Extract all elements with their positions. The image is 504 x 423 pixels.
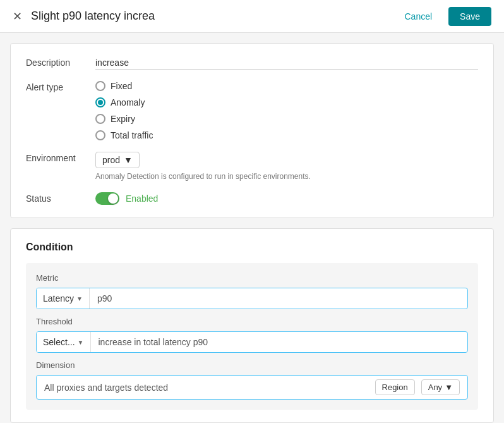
dimension-text: All proxies and targets detected (44, 383, 369, 393)
description-content (95, 56, 478, 70)
environment-row: Environment prod ▼ Anomaly Detection is … (26, 152, 478, 181)
threshold-value: increase in total latency p90 (91, 332, 468, 352)
environment-hint: Anomaly Detection is configured to run i… (95, 172, 478, 181)
threshold-select-value: Select... (43, 337, 75, 347)
description-label: Description (26, 56, 95, 68)
radio-expiry[interactable]: Expiry (95, 114, 478, 124)
metric-select[interactable]: Latency ▼ (37, 288, 90, 309)
metric-value: p90 (90, 288, 467, 309)
status-toggle[interactable] (95, 192, 119, 205)
description-input[interactable] (95, 56, 478, 70)
dimension-any-dropdown[interactable]: Any ▼ (421, 379, 460, 395)
threshold-chevron-icon: ▼ (78, 339, 84, 346)
dimension-any-chevron-icon: ▼ (445, 383, 453, 392)
status-label: Status (26, 192, 95, 204)
alert-type-label: Alert type (26, 81, 95, 92)
radio-total-traffic[interactable]: Total traffic (95, 130, 478, 140)
metric-label: Metric (36, 273, 468, 283)
environment-dropdown[interactable]: prod ▼ (95, 152, 140, 168)
threshold-label: Threshold (36, 317, 468, 326)
alert-settings-card: Description Alert type Fixed Anomaly Exp… (10, 43, 494, 218)
modal-title: Slight p90 latency increa (31, 9, 393, 23)
radio-circle-total-traffic (95, 130, 105, 140)
radio-label-anomaly: Anomaly (111, 97, 145, 107)
environment-value: prod (102, 155, 120, 165)
alert-type-row: Alert type Fixed Anomaly Expiry Total tr… (26, 81, 478, 140)
environment-content: prod ▼ Anomaly Detection is configured t… (95, 152, 478, 181)
condition-title: Condition (26, 242, 478, 253)
description-row: Description (26, 56, 478, 70)
dimension-any-value: Any (428, 383, 442, 392)
radio-fixed[interactable]: Fixed (95, 81, 478, 91)
dimension-region-button[interactable]: Region (375, 379, 415, 395)
toggle-thumb (108, 193, 118, 204)
radio-dot-anomaly (98, 100, 103, 105)
dimension-label: Dimension (36, 360, 468, 370)
radio-label-expiry: Expiry (111, 114, 135, 124)
close-icon[interactable]: ✕ (13, 11, 22, 22)
radio-circle-fixed (95, 81, 105, 91)
modal-header: ✕ Slight p90 latency increa Cancel Save (0, 0, 504, 33)
radio-circle-expiry (95, 114, 105, 124)
radio-label-fixed: Fixed (111, 81, 132, 91)
status-content: Enabled (95, 192, 478, 205)
status-text: Enabled (126, 193, 158, 204)
chevron-down-icon: ▼ (124, 155, 133, 165)
alert-type-options: Fixed Anomaly Expiry Total traffic (95, 81, 478, 140)
metric-box: Latency ▼ p90 (36, 288, 468, 309)
radio-label-total-traffic: Total traffic (111, 130, 153, 140)
environment-label: Environment (26, 152, 95, 163)
radio-anomaly[interactable]: Anomaly (95, 97, 478, 107)
status-row: Status Enabled (26, 192, 478, 205)
metric-chevron-icon: ▼ (76, 295, 83, 302)
radio-circle-anomaly (95, 97, 105, 107)
condition-inner: Metric Latency ▼ p90 Threshold Select...… (26, 263, 478, 410)
threshold-select[interactable]: Select... ▼ (37, 332, 91, 352)
dimension-box: All proxies and targets detected Region … (36, 375, 468, 400)
save-button[interactable]: Save (448, 7, 491, 26)
cancel-button[interactable]: Cancel (393, 7, 443, 26)
threshold-box: Select... ▼ increase in total latency p9… (36, 331, 468, 353)
metric-select-value: Latency (43, 293, 74, 303)
condition-card: Condition Metric Latency ▼ p90 Threshold… (10, 228, 494, 423)
